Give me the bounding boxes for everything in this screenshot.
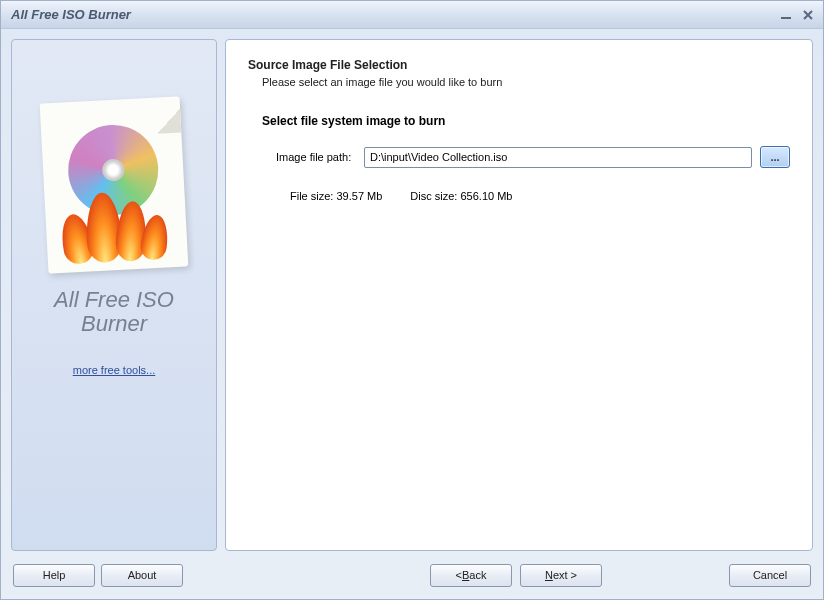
subsection-title: Select file system image to burn — [262, 114, 790, 128]
subsection: Select file system image to burn Image f… — [262, 114, 790, 202]
file-size-label: File size: — [290, 190, 333, 202]
minimize-icon — [780, 9, 792, 21]
svg-rect-0 — [781, 17, 791, 19]
back-button[interactable]: < Back — [430, 564, 512, 587]
footer-right: Cancel — [729, 564, 811, 587]
content-area: All Free ISO Burner more free tools... S… — [1, 29, 823, 561]
close-icon — [802, 9, 814, 21]
app-name-line1: All Free ISO — [54, 288, 174, 312]
disc-size-value: 656.10 Mb — [460, 190, 512, 202]
app-name-line2: Burner — [54, 312, 174, 336]
disc-size-label: Disc size: — [410, 190, 457, 202]
footer-left: Help About — [13, 564, 183, 587]
about-button[interactable]: About — [101, 564, 183, 587]
next-button[interactable]: Next > — [520, 564, 602, 587]
titlebar: All Free ISO Burner — [1, 1, 823, 29]
size-info: File size: 39.57 Mb Disc size: 656.10 Mb — [290, 190, 790, 202]
ellipsis-icon: ... — [770, 151, 779, 163]
main-panel: Source Image File Selection Please selec… — [225, 39, 813, 551]
cancel-button[interactable]: Cancel — [729, 564, 811, 587]
section-subtitle: Please select an image file you would li… — [262, 76, 790, 88]
close-button[interactable] — [799, 7, 817, 23]
file-path-row: Image file path: ... — [276, 146, 790, 168]
footer-center: < Back Next > — [303, 564, 729, 587]
file-path-label: Image file path: — [276, 151, 356, 163]
titlebar-controls — [777, 7, 817, 23]
app-logo — [40, 96, 189, 273]
more-tools-link[interactable]: more free tools... — [73, 364, 156, 376]
app-name: All Free ISO Burner — [54, 288, 174, 336]
disc-size: Disc size: 656.10 Mb — [410, 190, 512, 202]
window-title: All Free ISO Burner — [11, 7, 777, 22]
section-title: Source Image File Selection — [248, 58, 790, 72]
app-window: All Free ISO Burner All Free ISO — [0, 0, 824, 600]
file-size: File size: 39.57 Mb — [290, 190, 382, 202]
file-path-input[interactable] — [364, 147, 752, 168]
file-size-value: 39.57 Mb — [336, 190, 382, 202]
help-button[interactable]: Help — [13, 564, 95, 587]
sidebar: All Free ISO Burner more free tools... — [11, 39, 217, 551]
footer: Help About < Back Next > Cancel — [1, 561, 823, 599]
browse-button[interactable]: ... — [760, 146, 790, 168]
minimize-button[interactable] — [777, 7, 795, 23]
flame-icon — [54, 179, 178, 265]
